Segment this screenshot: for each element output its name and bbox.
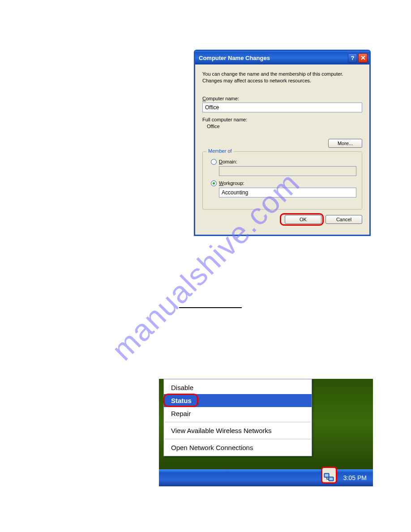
taskbar-clock: 3:05 PM	[343, 474, 367, 481]
desktop-tray-area: Disable Status Repair View Available Wir…	[159, 379, 373, 486]
ctx-item-status[interactable]: Status	[164, 394, 312, 407]
help-button[interactable]: ?	[348, 53, 357, 63]
cancel-button[interactable]: Cancel	[325, 215, 362, 224]
ctx-item-open-connections[interactable]: Open Network Connections	[164, 441, 312, 454]
ctx-separator	[165, 439, 311, 439]
close-icon	[361, 56, 365, 60]
svg-rect-3	[330, 478, 333, 481]
ctx-item-view-networks[interactable]: View Available Wireless Networks	[164, 424, 312, 437]
full-computer-name-value: Office	[207, 124, 362, 129]
domain-label: Domain:	[219, 159, 237, 164]
network-icon[interactable]	[324, 472, 334, 482]
dialog-title: Computer Name Changes	[199, 55, 347, 61]
ok-button-highlight: OK	[282, 215, 321, 224]
domain-input[interactable]	[219, 166, 356, 176]
domain-radio-row[interactable]: Domain:	[211, 159, 356, 165]
close-button[interactable]	[358, 53, 368, 63]
ctx-item-repair[interactable]: Repair	[164, 407, 312, 420]
separator-line	[179, 307, 242, 308]
member-of-group: Member of Domain: Workgroup:	[202, 151, 362, 210]
workgroup-radio[interactable]	[211, 180, 217, 186]
workgroup-input[interactable]	[219, 188, 356, 197]
dialog-description: You can change the name and the membersh…	[202, 71, 362, 84]
ctx-separator	[165, 422, 311, 422]
computer-name-label: Computer name:	[202, 96, 362, 101]
network-tray-context-menu: Disable Status Repair View Available Wir…	[163, 379, 312, 456]
domain-radio[interactable]	[211, 159, 217, 165]
computer-name-input[interactable]	[202, 103, 362, 112]
ok-button[interactable]: OK	[285, 215, 321, 224]
taskbar: 3:05 PM	[159, 469, 373, 486]
full-computer-name-label: Full computer name:	[202, 117, 362, 122]
dialog-titlebar[interactable]: Computer Name Changes ?	[195, 51, 369, 64]
more-button[interactable]: More...	[328, 139, 362, 148]
member-of-legend: Member of	[206, 148, 234, 154]
dialog-body: You can change the name and the membersh…	[195, 64, 369, 235]
network-tray-icon-highlight	[321, 467, 337, 484]
computer-name-changes-dialog: Computer Name Changes ? You can change t…	[194, 50, 371, 236]
workgroup-radio-row[interactable]: Workgroup:	[211, 180, 356, 186]
ctx-item-disable[interactable]: Disable	[164, 381, 312, 394]
svg-rect-1	[325, 474, 329, 477]
workgroup-label: Workgroup:	[219, 180, 244, 186]
dialog-button-row: OK Cancel	[202, 210, 362, 228]
